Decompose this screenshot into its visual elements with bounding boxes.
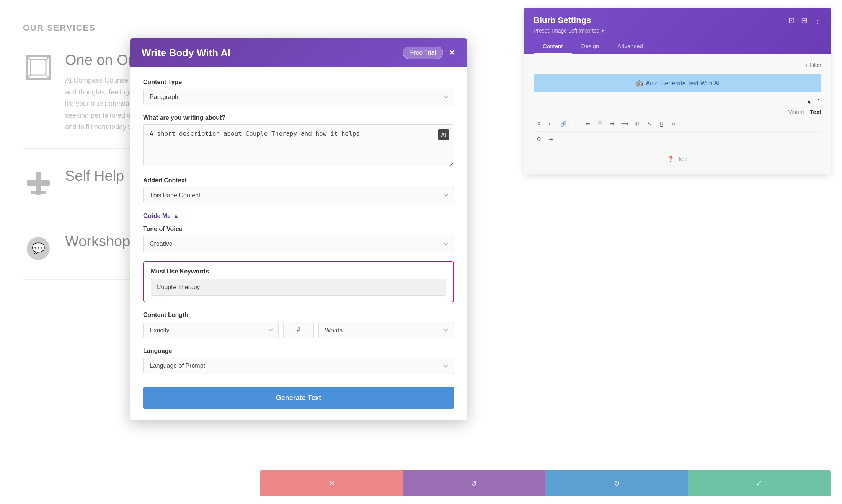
align-justify-btn[interactable]: ⟺ [619,118,630,129]
special-char-btn[interactable]: Ω [534,134,544,145]
what-writing-textarea[interactable]: A short description about Couple Therapy… [143,124,454,166]
blurb-header: Blurb Settings ⊡ ⊞ ⋮ Preset: Image Left … [524,8,831,54]
tone-of-voice-label: Tone of Voice [143,226,454,232]
blurb-body: + Filter 🤖 Auto Generate Text With AI ∧ … [524,54,831,174]
undo-action-button[interactable]: ↺ [403,470,546,496]
blurb-title: Blurb Settings [534,15,591,25]
what-writing-group: What are you writing about? A short desc… [143,114,454,168]
guide-me-link[interactable]: Guide Me ▲ [143,213,454,219]
content-length-label: Content Length [143,312,454,319]
confirm-action-button[interactable]: ✓ [688,470,831,496]
blurb-header-icons: ⊡ ⊞ ⋮ [788,16,821,25]
toolbar-row-2: Ω ⇥ [534,134,821,145]
toolbar-divider [534,131,821,132]
medical-icon [23,168,54,198]
language-group: Language Language of Prompt [143,348,454,374]
svg-rect-1 [31,60,46,75]
cancel-action-button[interactable]: ✕ [260,470,403,496]
text-label[interactable]: Text [810,109,821,115]
exactly-select[interactable]: Exactly [143,322,279,338]
link-btn[interactable]: 🔗 [558,118,569,129]
words-select[interactable]: Words [318,322,454,338]
self-help-title: Self Help [65,168,124,184]
number-input[interactable] [283,322,314,338]
color-btn[interactable]: A [668,118,679,129]
guide-me-arrow-icon: ▲ [173,213,179,219]
chat-icon: 💬 [23,233,54,264]
our-services-label: OUR SERVICES [23,23,276,33]
visual-label[interactable]: Visual [788,109,804,115]
indent-btn[interactable]: ⇥ [546,134,556,145]
added-context-select[interactable]: This Page Content [143,187,454,203]
chevron-row: ∧ ⋮ [534,98,821,106]
quote-btn[interactable]: " [570,118,581,129]
svg-rect-8 [31,191,46,194]
added-context-label: Added Context [143,177,454,184]
section-divider-2 [534,147,821,147]
underline-btn[interactable]: U̲ [656,118,667,129]
align-left-btn[interactable]: ⬅ [583,118,593,129]
tab-design[interactable]: Design [572,39,609,54]
bullet-list-btn[interactable]: ≡ [534,118,544,129]
strikethrough-btn[interactable]: S̶ [644,118,654,129]
close-modal-button[interactable]: ✕ [449,49,455,57]
tone-of-voice-select[interactable]: Creative [143,236,454,252]
blurb-settings-panel: Blurb Settings ⊡ ⊞ ⋮ Preset: Image Left … [524,8,831,174]
more-options-icon[interactable]: ⋮ [815,98,821,106]
maximize-icon[interactable]: ⊡ [788,16,795,25]
table-btn[interactable]: ⊞ [632,118,642,129]
grid-icon[interactable]: ⊞ [801,16,808,25]
language-label: Language [143,348,454,354]
filter-button[interactable]: + Filter [805,62,821,68]
content-type-label: Content Type [143,79,454,86]
content-type-group: Content Type Paragraph [143,79,454,105]
tab-advanced[interactable]: Advanced [608,39,652,54]
help-label[interactable]: Help [676,156,687,162]
blurb-header-top: Blurb Settings ⊡ ⊞ ⋮ [534,15,821,25]
section-divider-3 [534,150,821,150]
what-writing-label: What are you writing about? [143,114,454,121]
workshops-title: Workshops [65,233,137,250]
content-type-select[interactable]: Paragraph [143,89,454,105]
keywords-section: Must Use Keywords [143,261,454,302]
chevron-up-icon[interactable]: ∧ [807,98,811,106]
align-center-btn[interactable]: ☰ [595,118,605,129]
tab-content[interactable]: Content [534,39,572,54]
keywords-input[interactable] [151,279,446,296]
language-select[interactable]: Language of Prompt [143,358,454,374]
content-length-row: Exactly Words [143,322,454,338]
more-icon[interactable]: ⋮ [814,16,821,25]
numbered-list-btn[interactable]: ≔ [546,118,556,129]
guide-me-row: Guide Me ▲ [143,213,454,219]
svg-rect-7 [27,180,50,186]
free-trial-badge: Free Trial [403,47,443,59]
textarea-wrapper: A short description about Couple Therapy… [143,124,454,168]
align-right-btn[interactable]: ➡ [607,118,618,129]
toolbar-row: ≡ ≔ 🔗 " ⬅ ☰ ➡ ⟺ ⊞ S̶ U̲ A [534,118,821,129]
content-length-group: Content Length Exactly Words [143,312,454,338]
visual-text-toggle: Visual Text [534,109,821,115]
svg-text:💬: 💬 [32,242,45,255]
auto-generate-bar[interactable]: 🤖 Auto Generate Text With AI [534,74,821,92]
ai-modal-header-right: Free Trial ✕ [403,47,455,59]
redo-action-button[interactable]: ↻ [545,470,688,496]
ai-modal-header: Write Body With AI Free Trial ✕ [130,38,467,67]
ai-icon-small: 🤖 [635,80,643,87]
keywords-label: Must Use Keywords [151,268,446,275]
blurb-preset: Preset: Image Left imported ▾ [534,28,821,34]
ai-write-modal: Write Body With AI Free Trial ✕ Content … [130,38,467,420]
blurb-tabs: Content Design Advanced [534,39,821,54]
added-context-group: Added Context This Page Content [143,177,454,203]
help-row: ❓ Help [534,152,821,166]
generate-text-button[interactable]: Generate Text [143,387,454,409]
tone-of-voice-group: Tone of Voice Creative [143,226,454,252]
self-help-content: Self Help [65,168,124,190]
ai-modal-body: Content Type Paragraph What are you writ… [130,67,467,420]
filter-bar: + Filter [534,62,821,68]
help-icon: ❓ [667,156,674,162]
bottom-action-bar: ✕ ↺ ↻ ✓ [260,470,831,496]
ai-modal-title: Write Body With AI [142,47,230,59]
workshops-content: Workshops [65,233,137,256]
frame-icon [23,52,54,83]
ai-badge: AI [438,129,449,140]
